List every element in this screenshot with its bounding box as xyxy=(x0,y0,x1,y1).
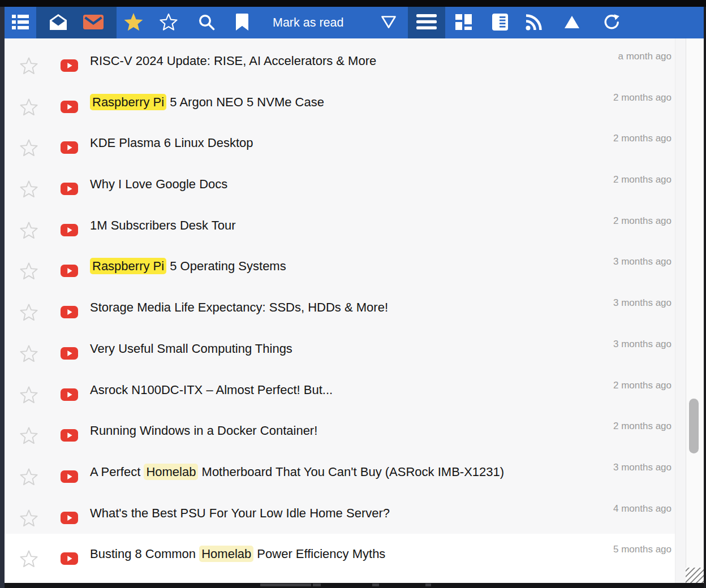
star-toggle[interactable] xyxy=(20,98,38,116)
article-title[interactable]: Raspberry Pi 5 Operating Systems xyxy=(90,257,286,275)
list-view-button[interactable] xyxy=(5,7,36,38)
article-row[interactable]: RISC-V 2024 Update: RISE, AI Accelerator… xyxy=(5,41,675,82)
toolbar: Mark as read xyxy=(5,7,704,38)
article-timestamp: 3 months ago xyxy=(613,338,671,351)
search-button[interactable] xyxy=(191,7,222,38)
article-title[interactable]: Running Windows in a Docker Container! xyxy=(90,422,317,440)
star-outline-icon xyxy=(160,14,178,32)
article-timestamp: 2 months ago xyxy=(613,379,671,392)
scroll-top-button[interactable] xyxy=(556,7,588,38)
youtube-icon xyxy=(61,347,78,360)
star-toggle[interactable] xyxy=(20,57,38,75)
refresh-icon xyxy=(602,14,619,32)
window-left-edge xyxy=(0,0,5,588)
star-toggle[interactable] xyxy=(20,509,38,527)
article-timestamp: 2 months ago xyxy=(613,92,671,104)
article-timestamp: 3 months ago xyxy=(613,461,671,474)
article-row[interactable]: Very Useful Small Computing Things 3 mon… xyxy=(5,328,675,370)
article-title[interactable]: Very Useful Small Computing Things xyxy=(90,340,292,358)
article-title[interactable]: What's the Best PSU For Your Low Idle Ho… xyxy=(90,504,390,522)
article-row[interactable]: What's the Best PSU For Your Low Idle Ho… xyxy=(5,493,675,534)
article-row[interactable]: Busting 8 Common Homelab Power Efficienc… xyxy=(5,534,675,575)
rss-button[interactable] xyxy=(518,7,550,38)
youtube-icon xyxy=(61,306,78,318)
menu-button[interactable] xyxy=(411,7,442,38)
article-timestamp: 5 months ago xyxy=(613,543,671,556)
article-timestamp: 3 months ago xyxy=(613,297,671,309)
grid-view-icon xyxy=(455,14,472,32)
article-title[interactable]: Raspberry Pi 5 Argon NEO 5 NVMe Case xyxy=(90,93,324,111)
star-toggle[interactable] xyxy=(20,304,38,321)
article-view-button[interactable] xyxy=(484,7,516,38)
article-timestamp: 2 months ago xyxy=(613,215,671,227)
youtube-icon xyxy=(61,552,78,565)
clipped-bottom-row xyxy=(5,583,704,588)
menu-icon xyxy=(416,14,437,31)
article-timestamp: 4 months ago xyxy=(613,503,671,515)
article-timestamp: 2 months ago xyxy=(613,174,671,186)
scrollbar-thumb[interactable] xyxy=(689,399,699,453)
article-row[interactable]: 1M Subscribers Desk Tour 2 months ago xyxy=(5,205,675,247)
window-top-edge xyxy=(0,0,706,7)
article-title[interactable]: Asrock N100DC-ITX – Almost Perfect! But.… xyxy=(90,381,333,399)
article-title[interactable]: A Perfect Homelab Motherboard That You C… xyxy=(90,463,504,481)
youtube-icon xyxy=(61,512,78,524)
star-toggle[interactable] xyxy=(20,550,38,568)
article-title[interactable]: Why I Love Google Docs xyxy=(90,175,227,193)
youtube-icon xyxy=(61,141,78,154)
article-title[interactable]: RISC-V 2024 Update: RISE, AI Accelerator… xyxy=(90,52,376,70)
star-toggle-button[interactable] xyxy=(153,7,184,38)
article-row[interactable]: Running Windows in a Docker Container! 2… xyxy=(5,410,675,452)
article-row[interactable]: A Perfect Homelab Motherboard That You C… xyxy=(5,452,675,493)
star-filled-icon xyxy=(123,12,144,33)
article-title[interactable]: KDE Plasma 6 Linux Desktop xyxy=(90,134,253,152)
star-toggle[interactable] xyxy=(20,180,38,198)
article-rows: RISC-V 2024 Update: RISE, AI Accelerator… xyxy=(5,38,675,575)
scrollbar-track[interactable] xyxy=(686,38,704,583)
youtube-icon xyxy=(61,224,78,236)
article-timestamp: 2 months ago xyxy=(613,420,671,433)
youtube-icon xyxy=(61,183,78,195)
youtube-icon xyxy=(61,470,78,483)
article-title[interactable]: Storage Media Life Expectancy: SSDs, HDD… xyxy=(90,299,388,317)
mark-as-read-button[interactable]: Mark as read xyxy=(273,7,343,38)
article-row[interactable]: Asrock N100DC-ITX – Almost Perfect! But.… xyxy=(5,370,675,411)
article-list: RISC-V 2024 Update: RISE, AI Accelerator… xyxy=(5,38,675,583)
unread-envelope-icon xyxy=(83,15,104,31)
article-row[interactable]: Raspberry Pi 5 Operating Systems 3 month… xyxy=(5,246,675,287)
youtube-icon xyxy=(61,59,78,72)
star-toggle[interactable] xyxy=(20,468,38,486)
article-view-icon xyxy=(492,14,508,32)
starred-filter-button[interactable] xyxy=(118,7,149,38)
star-toggle[interactable] xyxy=(20,345,38,362)
youtube-icon xyxy=(61,265,78,277)
article-row[interactable]: Storage Media Life Expectancy: SSDs, HDD… xyxy=(5,287,675,328)
list-bottom-filler xyxy=(5,575,675,583)
article-timestamp: a month ago xyxy=(618,50,671,63)
refresh-button[interactable] xyxy=(595,7,627,38)
star-toggle[interactable] xyxy=(20,262,38,280)
window-right-edge xyxy=(704,0,706,588)
mark-as-read-dropdown[interactable] xyxy=(373,7,404,38)
star-toggle[interactable] xyxy=(20,386,38,404)
star-toggle[interactable] xyxy=(20,139,38,157)
unread-envelope-button[interactable] xyxy=(78,7,109,38)
resize-grip[interactable] xyxy=(686,568,704,583)
list-view-icon xyxy=(12,14,29,32)
bookmark-button[interactable] xyxy=(226,7,258,38)
youtube-icon xyxy=(61,429,78,442)
star-toggle[interactable] xyxy=(20,427,38,444)
article-row[interactable]: Raspberry Pi 5 Argon NEO 5 NVMe Case 2 m… xyxy=(5,82,675,123)
youtube-icon xyxy=(61,101,78,113)
star-toggle[interactable] xyxy=(20,222,38,239)
bookmark-icon xyxy=(236,14,248,32)
scroll-top-icon xyxy=(564,15,580,31)
article-title[interactable]: 1M Subscribers Desk Tour xyxy=(90,217,236,235)
open-envelope-button[interactable] xyxy=(42,7,74,38)
grid-view-button[interactable] xyxy=(447,7,479,38)
article-timestamp: 2 months ago xyxy=(613,132,671,145)
youtube-icon xyxy=(61,388,78,401)
article-row[interactable]: Why I Love Google Docs 2 months ago xyxy=(5,164,675,205)
article-title[interactable]: Busting 8 Common Homelab Power Efficienc… xyxy=(90,545,385,563)
article-row[interactable]: KDE Plasma 6 Linux Desktop 2 months ago xyxy=(5,123,675,164)
